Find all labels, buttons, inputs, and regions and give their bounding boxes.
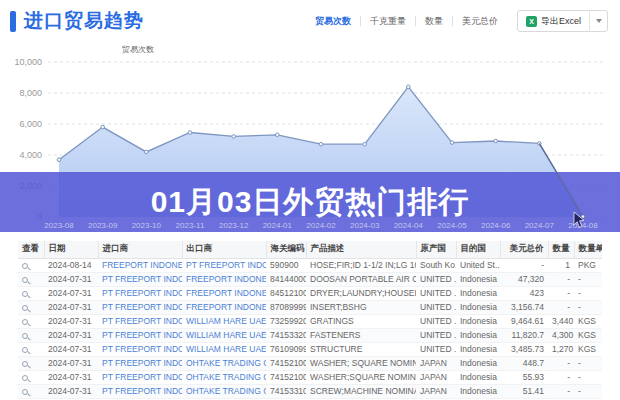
importer-link[interactable]: PT FREEPORT INDONE... <box>102 358 182 368</box>
metric-tab-2[interactable]: 数量 <box>416 15 452 28</box>
exporter-link[interactable]: WILLIAM HARE UAE LLC <box>186 344 266 354</box>
title-accent-bar <box>10 11 16 32</box>
cell-usd-total: 423 <box>500 286 548 300</box>
table-row: 2024-07-31PT FREEPORT INDONE...OHTAKE TR… <box>18 356 602 370</box>
exporter-link[interactable]: FREEPORT INDONESIA... <box>186 288 266 298</box>
cell-hs-code: 84512100 <box>266 286 306 300</box>
exporter-link[interactable]: OHTAKE TRADING CO ... <box>186 358 266 368</box>
cell-destination: Indonesia <box>456 370 500 384</box>
cell-origin: UNITED ... <box>416 286 456 300</box>
exporter-link[interactable]: WILLIAM HARE UAE LLC <box>186 330 266 340</box>
export-excel-button[interactable]: X 导出Excel <box>517 10 608 32</box>
cell-quantity: - <box>548 272 574 286</box>
cell-unit: KGS <box>574 342 602 356</box>
col-header-unit: 数量单位 <box>574 241 602 258</box>
exporter-link[interactable]: WILLIAM HARE UAE LLC <box>186 316 266 326</box>
view-icon[interactable] <box>22 375 28 381</box>
importer-link[interactable]: PT FREEPORT INDONE... <box>102 316 182 326</box>
view-icon[interactable] <box>22 291 28 297</box>
cell-hs-code: 76109099 <box>266 342 306 356</box>
exporter-link[interactable]: FREEPORT INDONESIA... <box>186 274 266 284</box>
cell-usd-total: 3,485.73 <box>500 342 548 356</box>
importer-link[interactable]: FREEPORT INDONESIA... <box>102 260 182 270</box>
cell-origin: South Ko... <box>416 258 456 272</box>
metric-tab-3[interactable]: 美元总价 <box>453 15 507 28</box>
col-header-exporter: 出口商 <box>182 241 266 258</box>
cell-hs-code: 87089999 <box>266 300 306 314</box>
cell-origin: UNITED ... <box>416 328 456 342</box>
table-row: 2024-08-14FREEPORT INDONESIA...PT FREEPO… <box>18 258 602 272</box>
importer-link[interactable]: PT FREEPORT INDONE... <box>102 302 182 312</box>
export-dropdown-button[interactable] <box>589 10 607 32</box>
table-row: 2024-07-31PT FREEPORT INDONE...WILLIAM H… <box>18 342 602 356</box>
cell-date: 2024-07-31 <box>44 300 98 314</box>
exporter-link[interactable]: PT FREEPORT INDONE... <box>186 260 266 270</box>
view-icon[interactable] <box>22 263 28 269</box>
trade-records-table-wrap: 查看日期进口商出口商海关编码产品描述原产国目的国美元总价数量数量单位 2024-… <box>18 241 602 399</box>
page-title: 进口贸易趋势 <box>24 8 144 34</box>
cell-hs-code: 590900 <box>266 258 306 272</box>
tabs-mount: 贸易次数千克重量数量美元总价 <box>306 15 507 28</box>
cell-date: 2024-07-31 <box>44 356 98 370</box>
x-tick-label: 2023-10 <box>132 221 161 230</box>
cell-unit: KGS <box>574 328 602 342</box>
excel-icon: X <box>526 16 537 27</box>
importer-link[interactable]: PT FREEPORT INDONE... <box>102 344 182 354</box>
trade-dashboard: 进口贸易趋势 贸易次数千克重量数量美元总价 X 导出Excel 贸易次数 10,… <box>0 0 620 400</box>
cell-quantity: - <box>548 370 574 384</box>
cell-origin: JAPAN <box>416 356 456 370</box>
view-icon[interactable] <box>22 319 28 325</box>
cell-usd-total: 3,156.74 <box>500 300 548 314</box>
chart-legend[interactable]: 贸易次数 <box>122 44 154 55</box>
view-icon[interactable] <box>22 305 28 311</box>
cell-origin: JAPAN <box>416 384 456 398</box>
cell-usd-total: - <box>500 258 548 272</box>
x-tick-label: 2024-04 <box>394 221 423 230</box>
metric-tab-0[interactable]: 贸易次数 <box>306 15 360 28</box>
x-tick-label: 2023-11 <box>176 221 205 230</box>
metric-tabs: 贸易次数千克重量数量美元总价 X 导出Excel <box>306 10 608 32</box>
importer-link[interactable]: PT FREEPORT INDONE... <box>102 274 182 284</box>
exporter-link[interactable]: OHTAKE TRADING CO ... <box>186 386 266 396</box>
col-header-view: 查看 <box>18 241 44 258</box>
view-icon[interactable] <box>22 333 28 339</box>
importer-link[interactable]: PT FREEPORT INDONE... <box>102 386 182 396</box>
table-row: 2024-07-31PT FREEPORT INDONE...WILLIAM H… <box>18 328 602 342</box>
exporter-link[interactable]: FREEPORT INDONESIA... <box>186 302 266 312</box>
x-tick-label: 2024-01 <box>263 221 292 230</box>
cell-date: 2024-08-14 <box>44 258 98 272</box>
cell-product: INSERT;BSHG <box>306 300 416 314</box>
exporter-link[interactable]: OHTAKE TRADING CO ... <box>186 372 266 382</box>
view-icon[interactable] <box>22 277 28 283</box>
view-icon[interactable] <box>22 361 28 367</box>
cell-product: HOSE;FIR;ID 1-1/2 IN;LG 100 FT,... <box>306 258 416 272</box>
cell-usd-total: 9,464.61 <box>500 314 548 328</box>
importer-link[interactable]: PT FREEPORT INDONE... <box>102 372 182 382</box>
export-main[interactable]: X 导出Excel <box>518 15 589 28</box>
importer-link[interactable]: PT FREEPORT INDONE... <box>102 330 182 340</box>
cell-hs-code: 74152100 <box>266 370 306 384</box>
cell-destination: Indonesia <box>456 342 500 356</box>
svg-text:10,000: 10,000 <box>14 57 42 67</box>
col-header-dest: 目的国 <box>456 241 500 258</box>
view-icon[interactable] <box>22 347 28 353</box>
cell-origin: JAPAN <box>416 370 456 384</box>
cell-hs-code: 73259920 <box>266 314 306 328</box>
svg-text:4,000: 4,000 <box>19 150 42 160</box>
x-tick-label: 2024-05 <box>437 221 466 230</box>
table-row: 2024-07-31PT FREEPORT INDONE...FREEPORT … <box>18 300 602 314</box>
cell-product: FASTENERS <box>306 328 416 342</box>
export-label: 导出Excel <box>541 15 581 28</box>
cell-unit: KGS <box>574 314 602 328</box>
cell-unit: - <box>574 272 602 286</box>
cell-quantity: - <box>548 356 574 370</box>
x-tick-label: 2024-06 <box>481 221 510 230</box>
importer-link[interactable]: PT FREEPORT INDONE... <box>102 288 182 298</box>
cell-product: DRYER;LAUNDRY;HOUSEHOLD,... <box>306 286 416 300</box>
cell-product: SCREW;MACHINE NOMINAL SIZ... <box>306 384 416 398</box>
metric-tab-1[interactable]: 千克重量 <box>361 15 415 28</box>
page-header: 进口贸易趋势 贸易次数千克重量数量美元总价 X 导出Excel <box>0 6 620 36</box>
cell-usd-total: 448.7 <box>500 356 548 370</box>
view-icon[interactable] <box>22 389 28 395</box>
x-tick-label: 2023-08 <box>44 221 73 230</box>
